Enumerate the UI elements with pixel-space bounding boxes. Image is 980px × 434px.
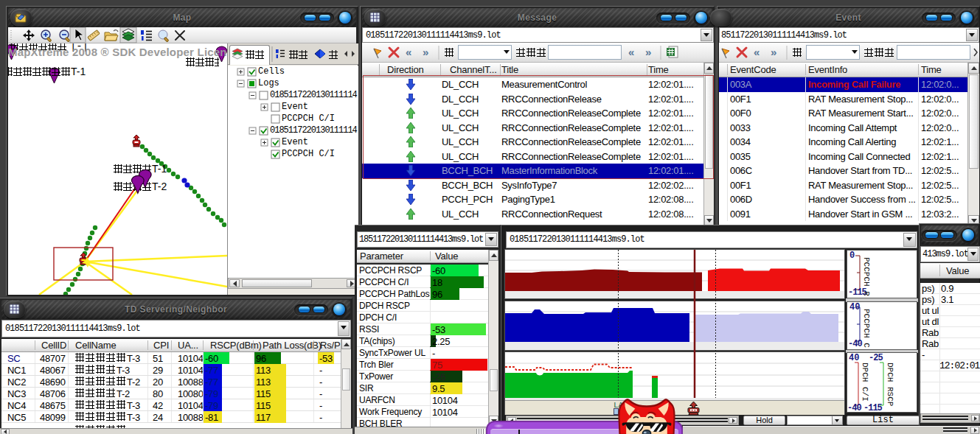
svg-text:»: »	[423, 46, 428, 58]
svg-text:»: »	[771, 46, 776, 58]
svg-text:«: «	[406, 46, 411, 58]
svg-text:»: »	[645, 46, 651, 58]
svg-text:«: «	[754, 46, 760, 58]
svg-text:«: «	[628, 46, 634, 58]
